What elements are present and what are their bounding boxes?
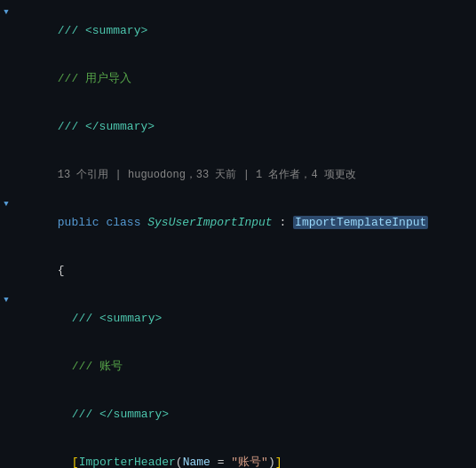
comment-text-2: /// 用户导入 (58, 72, 131, 85)
line-3: /// </summary> (0, 103, 476, 151)
line-4: 13 个引用 | huguodong，33 天前 | 1 名作者，4 项更改 (0, 151, 476, 199)
attr-param-10: Name (183, 456, 210, 468)
open-brace-6: { (58, 264, 65, 277)
gutter-6 (0, 247, 12, 248)
line-7: ▼ /// <summary> (0, 295, 476, 343)
content-6: { (12, 247, 476, 295)
kw-public-5: public (58, 216, 107, 229)
class-name-5: SysUserImportInput (147, 216, 272, 229)
gutter-2: ▼ (0, 55, 12, 65)
paren-close-10: ) (268, 456, 275, 468)
gutter-10 (0, 439, 12, 440)
gutter-1: ▼ (0, 7, 12, 17)
kw-class-5: class (106, 216, 147, 229)
content-8: /// 账号 (12, 343, 476, 391)
line-10: [ImporterHeader(Name = "账号")] (0, 439, 476, 468)
comment-tag-7: /// <summary> (72, 312, 162, 325)
content-9: /// </summary> (12, 391, 476, 439)
comment-tag-1: /// <summary> (58, 24, 147, 37)
content-4: 13 个引用 | huguodong，33 天前 | 1 名作者，4 项更改 (12, 151, 476, 199)
line-2: ▼ /// 用户导入 (0, 55, 476, 103)
content-10: [ImporterHeader(Name = "账号")] (12, 439, 476, 468)
content-1: /// <summary> (12, 7, 476, 55)
attr-name-10: ImporterHeader (79, 456, 176, 468)
comment-tag-3: /// </summary> (58, 120, 155, 133)
line-1: ▼ /// <summary> (0, 7, 476, 55)
line-8: /// 账号 (0, 343, 476, 391)
gutter-4 (0, 151, 12, 152)
base-class-5: ImportTemplateInput (293, 216, 428, 229)
attr-val-10: "账号" (231, 456, 268, 468)
line-6: { (0, 247, 476, 295)
line-9: /// </summary> (0, 391, 476, 439)
gutter-3 (0, 103, 12, 104)
line-5: ▼ public class SysUserImportInput : Impo… (0, 199, 476, 247)
gutter-8 (0, 343, 12, 344)
gutter-7: ▼ (0, 295, 12, 305)
gutter-9 (0, 391, 12, 392)
bracket-10a: [ (72, 456, 79, 468)
gutter-5: ▼ (0, 199, 12, 209)
content-3: /// </summary> (12, 103, 476, 151)
eq-10: = (210, 456, 231, 468)
comment-text-8: /// 账号 (72, 360, 123, 373)
bracket-10b: ] (275, 456, 282, 468)
paren-10: ( (176, 456, 183, 468)
content-5: public class SysUserImportInput : Import… (12, 199, 476, 247)
colon-5: : (273, 216, 293, 229)
comment-tag-9: /// </summary> (72, 408, 169, 421)
content-7: /// <summary> (12, 295, 476, 343)
content-2: /// 用户导入 (12, 55, 476, 103)
code-editor: ▼ /// <summary> ▼ /// 用户导入 /// </summary… (0, 0, 476, 468)
git-info-4: 13 个引用 | huguodong，33 天前 | 1 名作者，4 项更改 (58, 169, 356, 181)
